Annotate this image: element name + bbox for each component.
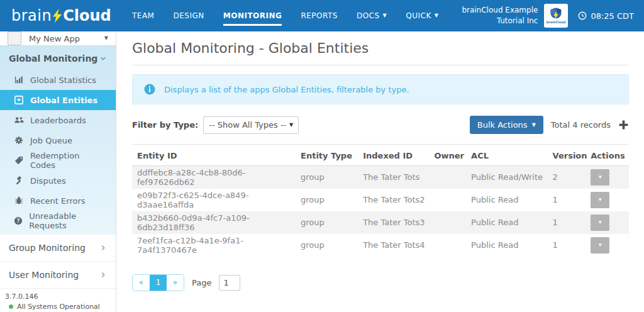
col-actions: Actions [591, 146, 629, 166]
bulk-actions-label: Bulk Actions [477, 120, 528, 130]
app-selector-label: My New App [29, 34, 80, 43]
nav-quick-label: QUICK [406, 11, 431, 20]
cell-owner [434, 189, 471, 211]
section-user-monitoring[interactable]: User Monitoring [0, 262, 116, 289]
gavel-icon [14, 176, 24, 185]
page: brain Cloud TEAM DESIGN MONITORING REPOR… [0, 0, 644, 312]
nav-design[interactable]: DESIGN [173, 6, 204, 26]
col-version: Version [553, 146, 591, 166]
caret-down-icon: ▼ [435, 13, 439, 18]
row-actions-button[interactable]: ▼ [591, 169, 609, 186]
nav-team[interactable]: TEAM [132, 6, 154, 26]
app-selector[interactable]: My New App ▼ [0, 31, 116, 46]
table-row: ddffebc8-a28c-4cb8-80d6-fef97626db62 gro… [132, 166, 629, 189]
cell-version: 1 [553, 211, 591, 234]
cell-acl: Public Read/Write [471, 166, 552, 189]
sidebar-item-unreadable-requests[interactable]: ? Unreadable Requests [0, 211, 116, 231]
sidebar-item-label: Recent Errors [30, 196, 86, 206]
caret-square-down-icon [14, 96, 24, 104]
cell-entity-id: ddffebc8-a28c-4cb8-80d6-fef97626db62 [132, 166, 301, 189]
cell-indexed-id: The Tater Tots2 [363, 189, 434, 211]
info-alert: Displays a list of the apps Global Entit… [132, 74, 629, 104]
pagination-page-1[interactable]: 1 [150, 275, 167, 291]
cell-acl: Public Read [471, 211, 552, 234]
avatar[interactable]: brainCloud [544, 4, 568, 28]
nav-monitoring[interactable]: MONITORING [223, 6, 282, 26]
alert-text: Displays a list of the apps Global Entit… [164, 85, 409, 94]
sidebar-item-label: Redemption Codes [30, 151, 107, 170]
sidebar-item-label: Leaderboards [30, 116, 86, 125]
row-actions-button[interactable]: ▼ [591, 237, 609, 254]
section-global-monitoring[interactable]: Global Monitoring [0, 46, 116, 70]
bug-icon [14, 196, 24, 205]
bulk-actions-button[interactable]: Bulk Actions ▼ [470, 116, 543, 134]
cell-owner [434, 166, 471, 189]
nav-docs-label: DOCS [357, 11, 380, 20]
svg-text:?: ? [17, 218, 20, 224]
global-monitoring-section: Global Monitoring Global Statistics Glob… [0, 46, 116, 235]
pagination-prev[interactable]: « [133, 275, 150, 291]
cell-indexed-id: The Tater Tots [363, 166, 434, 189]
header-right: brainCloud Example Tutorial Inc brainClo… [462, 4, 644, 28]
page-number-input[interactable] [219, 275, 240, 291]
info-icon [144, 84, 155, 95]
table-row: b432b660-0d9a-4fc7-a109-6db23d18ff36 gro… [132, 211, 629, 234]
sidebar-item-recent-errors[interactable]: Recent Errors [0, 191, 116, 211]
status-dot [9, 304, 13, 309]
sidebar-item-leaderboards[interactable]: Leaderboards [0, 110, 116, 130]
section-group-monitoring[interactable]: Group Monitoring [0, 235, 116, 262]
total-records-label: Total 4 records [551, 120, 611, 130]
col-acl: ACL [471, 146, 552, 166]
col-indexed-id: Indexed ID [363, 146, 434, 166]
gear-icon [14, 136, 24, 145]
add-entity-button[interactable] [618, 120, 629, 130]
cell-entity-id: e09b72f3-c625-4dce-a849-d3aae16affda [132, 189, 301, 211]
account-line2: Tutorial Inc [462, 16, 538, 26]
entities-table: Entity ID Entity Type Indexed ID Owner A… [132, 146, 629, 257]
sidebar-item-label: Job Queue [30, 136, 72, 145]
system-status: All Systems Operational [5, 303, 111, 311]
cell-acl: Public Read [471, 189, 552, 211]
account-name: brainCloud Example Tutorial Inc [462, 5, 538, 26]
nav-reports[interactable]: REPORTS [301, 6, 338, 26]
cell-owner [434, 234, 471, 257]
brand-logo[interactable]: brain Cloud [0, 7, 116, 25]
nav-quick[interactable]: QUICK ▼ [406, 6, 438, 26]
sidebar-item-global-statistics[interactable]: Global Statistics [0, 70, 116, 90]
section-title: Global Monitoring [9, 53, 97, 64]
version-label: 3.7.0.146 [5, 292, 111, 301]
sidebar-item-job-queue[interactable]: Job Queue [0, 130, 116, 150]
cell-acl: Public Read [471, 234, 552, 257]
sidebar-footer: 3.7.0.146 All Systems Operational [0, 289, 116, 312]
cell-version: 1 [553, 189, 591, 211]
caret-down-icon: ▼ [104, 36, 108, 41]
type-filter-value: -- Show All Types -- [209, 120, 286, 130]
sidebar-item-label: Global Statistics [30, 75, 96, 85]
table-row: 7eef1fca-c12b-4a1e-9fa1-7a4f1370467e gro… [132, 234, 629, 257]
page-title: Global Monitoring - Global Entities [132, 40, 629, 65]
type-filter-select[interactable]: -- Show All Types -- ▼ [203, 116, 299, 134]
section-label: Group Monitoring [9, 243, 86, 253]
col-owner: Owner [434, 146, 471, 166]
cell-version: 2 [553, 166, 591, 189]
caret-down-icon: ▼ [383, 13, 387, 18]
row-actions-button[interactable]: ▼ [591, 192, 609, 208]
row-actions-button[interactable]: ▼ [591, 214, 609, 231]
chevron-down-icon [99, 55, 107, 62]
sidebar-item-global-entities[interactable]: Global Entities [0, 90, 116, 110]
sidebar-item-disputes[interactable]: Disputes [0, 170, 116, 191]
sidebar-item-redemption-codes[interactable]: Redemption Codes [0, 150, 116, 170]
section-label: User Monitoring [9, 270, 79, 280]
cell-entity-id: b432b660-0d9a-4fc7-a109-6db23d18ff36 [132, 211, 301, 234]
chevron-right-icon [99, 271, 107, 279]
tag-icon [14, 156, 24, 165]
cell-indexed-id: The Tater Tots3 [363, 211, 434, 234]
chevron-right-icon [99, 244, 107, 252]
brand-text-cloud: Cloud [63, 7, 111, 25]
nav-docs[interactable]: DOCS ▼ [357, 6, 387, 26]
main-nav: TEAM DESIGN MONITORING REPORTS DOCS ▼ QU… [132, 6, 438, 26]
main-content: Global Monitoring - Global Entities Disp… [116, 31, 644, 312]
question-circle-icon: ? [14, 216, 23, 225]
pagination-next[interactable]: » [167, 275, 184, 291]
top-navbar: brain Cloud TEAM DESIGN MONITORING REPOR… [0, 0, 644, 31]
